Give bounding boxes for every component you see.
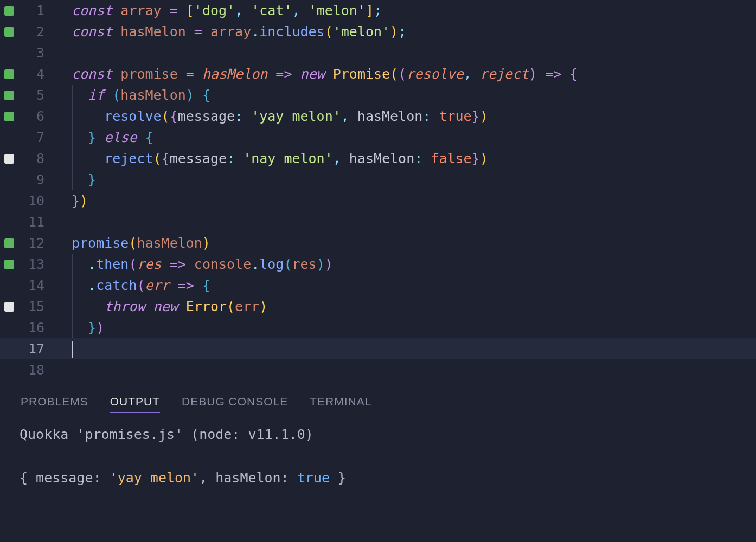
code-content[interactable]: const hasMelon = array.includes('melon')…: [48, 21, 406, 42]
token-par: err: [145, 278, 170, 293]
token-var: hasMelon: [120, 24, 185, 40]
token-op: =>: [178, 278, 194, 293]
token-paren2: ): [529, 66, 537, 82]
indent-guide: [72, 169, 73, 190]
code-content[interactable]: promise(hasMelon): [48, 233, 210, 254]
code-content[interactable]: }): [48, 317, 104, 338]
tab-debug[interactable]: DEBUG CONSOLE: [182, 395, 288, 413]
line-number: 14: [18, 275, 48, 296]
tab-terminal[interactable]: TERMINAL: [310, 395, 371, 413]
code-line[interactable]: 18: [0, 359, 756, 380]
text-cursor: [72, 341, 73, 358]
tab-output[interactable]: OUTPUT: [110, 395, 160, 413]
token-var: array: [120, 3, 161, 18]
line-number: 7: [18, 127, 48, 148]
code-line[interactable]: 14 .catch(err => {: [0, 275, 756, 296]
code-line[interactable]: 10}): [0, 190, 756, 211]
token-paren2: {: [569, 66, 578, 82]
token-def: [561, 66, 569, 82]
code-content[interactable]: const promise = hasMelon => new Promise(…: [48, 63, 578, 85]
output-token: Quokka ': [20, 427, 85, 442]
code-line[interactable]: 7 } else {: [0, 127, 756, 148]
line-number: 15: [18, 296, 48, 317]
output-token: ' (node: v11.1.0): [175, 427, 313, 442]
code-line[interactable]: 13 .then(res => console.log(res)): [0, 254, 756, 275]
token-fn: includes: [259, 24, 324, 40]
code-content[interactable]: }: [48, 169, 96, 190]
tab-problems[interactable]: PROBLEMS: [21, 395, 88, 413]
token-def: [96, 130, 104, 145]
token-paren2: (: [137, 278, 145, 293]
token-pun: ;: [398, 24, 406, 40]
token-def: [112, 66, 120, 82]
token-def: [194, 87, 202, 103]
code-line[interactable]: 9 }: [0, 169, 756, 190]
token-pun: ,: [235, 3, 251, 18]
token-par: res: [137, 256, 161, 272]
token-fn: reject: [104, 151, 153, 166]
token-kw: const: [72, 66, 112, 82]
output-token: 'yay melon': [110, 470, 200, 486]
gutter-marker: [0, 27, 18, 37]
code-line[interactable]: 6 resolve({message: 'yay melon', hasMelo…: [0, 106, 756, 127]
token-paren3: ): [317, 256, 325, 272]
token-pun: :: [235, 108, 251, 124]
token-paren3: (: [112, 87, 120, 103]
token-bool: true: [439, 108, 471, 124]
code-content[interactable]: .then(res => console.log(res)): [48, 254, 333, 275]
code-line[interactable]: 3: [0, 42, 756, 63]
indent-guide: [72, 296, 73, 317]
token-paren1: (: [227, 299, 235, 314]
code-content[interactable]: .catch(err => {: [48, 275, 210, 296]
code-line[interactable]: 16 }): [0, 317, 756, 338]
token-def: [104, 87, 112, 103]
code-content[interactable]: reject({message: 'nay melon', hasMelon: …: [48, 148, 488, 169]
code-line[interactable]: 2const hasMelon = array.includes('melon'…: [0, 21, 756, 42]
token-par: reject: [480, 66, 529, 82]
token-paren2: }: [72, 193, 80, 209]
panel-tabs: PROBLEMSOUTPUTDEBUG CONSOLETERMINAL: [0, 391, 756, 421]
code-line[interactable]: 1const array = ['dog', 'cat', 'melon'];: [0, 0, 756, 21]
code-content[interactable]: if (hasMelon) {: [48, 85, 210, 106]
code-content[interactable]: throw new Error(err): [48, 296, 267, 317]
panel-output[interactable]: Quokka 'promises.js' (node: v11.1.0) { m…: [0, 421, 756, 492]
code-content[interactable]: const array = ['dog', 'cat', 'melon'];: [48, 0, 382, 21]
code-content[interactable]: resolve({message: 'yay melon', hasMelon:…: [48, 106, 488, 127]
code-line[interactable]: 11: [0, 211, 756, 233]
token-def: [112, 3, 120, 18]
token-op: =>: [276, 66, 292, 82]
token-pun: ,: [333, 151, 349, 166]
token-pun: .: [251, 24, 259, 40]
token-kw: if: [88, 87, 104, 103]
token-kw: new: [300, 66, 325, 82]
code-content[interactable]: [48, 338, 73, 359]
token-kw: else: [104, 130, 137, 145]
code-content[interactable]: }): [48, 190, 88, 211]
code-line[interactable]: 15 throw new Error(err): [0, 296, 756, 317]
indent-guide: [72, 85, 73, 106]
code-editor[interactable]: 1const array = ['dog', 'cat', 'melon'];2…: [0, 0, 756, 385]
token-def: [186, 24, 194, 40]
code-line[interactable]: 17: [0, 338, 756, 359]
token-kw: const: [72, 24, 112, 40]
token-fn: promise: [72, 235, 129, 251]
token-paren3: ): [186, 87, 194, 103]
token-prop: message: [170, 151, 227, 166]
token-def: [72, 172, 88, 188]
code-line[interactable]: 4const promise = hasMelon => new Promise…: [0, 63, 756, 85]
code-line[interactable]: 8 reject({message: 'nay melon', hasMelon…: [0, 148, 756, 169]
code-line[interactable]: 12promise(hasMelon): [0, 233, 756, 254]
token-paren1: ): [390, 24, 398, 40]
line-number: 12: [18, 233, 48, 254]
token-paren1: (: [153, 151, 162, 166]
code-line[interactable]: 5 if (hasMelon) {: [0, 85, 756, 106]
code-content[interactable]: } else {: [48, 127, 153, 148]
token-def: [194, 278, 202, 293]
green-square-icon: [4, 112, 14, 121]
line-number: 9: [18, 169, 48, 190]
token-def: [162, 3, 170, 18]
token-paren3: (: [284, 256, 292, 272]
token-prop: message: [178, 108, 235, 124]
white-square-icon: [4, 302, 14, 312]
line-number: 8: [18, 148, 48, 169]
